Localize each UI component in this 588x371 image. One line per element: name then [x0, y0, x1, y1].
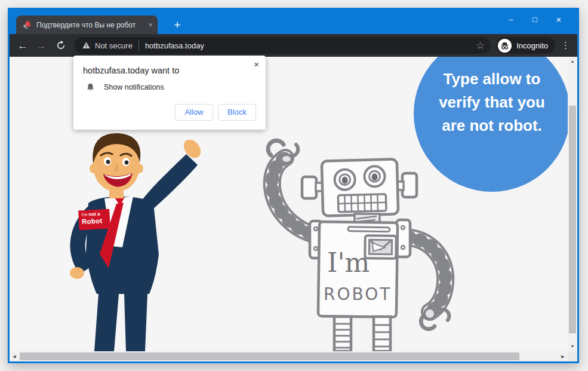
incognito-badge: Incognito [496, 37, 555, 54]
allow-button[interactable]: Allow [175, 104, 213, 121]
bell-icon [85, 82, 96, 93]
navigation-toolbar: ← → Not secure hotbzufasa.today ☆ [10, 34, 577, 57]
robot-text-line2: ROBOT [324, 284, 392, 304]
vertical-scroll-thumb[interactable] [569, 106, 576, 333]
new-tab-button[interactable]: + [170, 18, 184, 32]
tab-title: Подтвердите что Вы не робот [36, 21, 144, 29]
scroll-right-icon[interactable]: ▶ [558, 351, 568, 361]
horizontal-scroll-thumb[interactable] [20, 352, 519, 360]
bubble-line-3: are not robot. [414, 114, 568, 137]
omnibox-divider [138, 41, 139, 50]
dialog-title: hotbzufasa.today want to [83, 66, 179, 75]
robot-sketch-illustration: I'm ROBOT [251, 137, 469, 351]
forward-button: → [36, 41, 47, 51]
tab-close-icon[interactable]: × [148, 21, 153, 29]
badge-line1-normal: I'm [81, 211, 88, 217]
notification-permission-dialog: × hotbzufasa.today want to Show notifica… [73, 56, 266, 130]
dialog-close-icon[interactable]: × [254, 60, 259, 69]
url-text[interactable]: hotbzufasa.today [145, 41, 476, 50]
horizontal-scrollbar[interactable]: ◀ ▶ [10, 351, 568, 361]
robot-text-line1: I'm [327, 247, 370, 278]
cartoon-man-illustration [42, 130, 212, 351]
security-status-label: Not secure [95, 41, 133, 50]
bubble-line-2: verify that you [414, 91, 568, 114]
vertical-scrollbar[interactable]: ▲ ▼ [568, 57, 577, 351]
address-bar[interactable]: Not secure hotbzufasa.today ☆ [75, 37, 491, 54]
titlebar[interactable]: Подтвердите что Вы не робот × + – □ × [8, 8, 579, 34]
not-secure-warning-icon[interactable] [82, 41, 91, 50]
minimize-button[interactable]: – [499, 12, 523, 27]
block-button[interactable]: Block [218, 104, 256, 121]
scroll-up-icon[interactable]: ▲ [568, 57, 577, 66]
incognito-icon [500, 41, 510, 50]
incognito-avatar [498, 39, 512, 53]
scrollbar-corner [568, 351, 577, 361]
scroll-left-icon[interactable]: ◀ [10, 351, 19, 361]
badge-line1-bold: not a [88, 211, 100, 217]
window-controls: – □ × [499, 12, 571, 27]
browser-window: Подтвердите что Вы не робот × + – □ × ← … [8, 8, 579, 363]
browser-menu-icon[interactable]: ⋮ [561, 40, 570, 51]
badge-line2: Robot [82, 216, 110, 226]
back-button[interactable]: ← [17, 41, 28, 51]
desktop: Подтвердите что Вы не робот × + – □ × ← … [0, 0, 588, 371]
bookmark-star-icon[interactable]: ☆ [476, 41, 485, 51]
im-not-a-robot-badge: I'm not a Robot [78, 209, 110, 231]
window-close-button[interactable]: × [547, 12, 571, 27]
site-favicon-icon [23, 20, 32, 29]
permission-text: Show notifications [104, 83, 164, 91]
bubble-line-1: Type allow to [414, 68, 568, 91]
reload-button[interactable] [56, 40, 66, 51]
maximize-button[interactable]: □ [523, 12, 547, 27]
scroll-down-icon[interactable]: ▼ [568, 342, 577, 351]
browser-tab[interactable]: Подтвердите что Вы не робот × [16, 16, 158, 34]
incognito-label: Incognito [516, 41, 548, 50]
